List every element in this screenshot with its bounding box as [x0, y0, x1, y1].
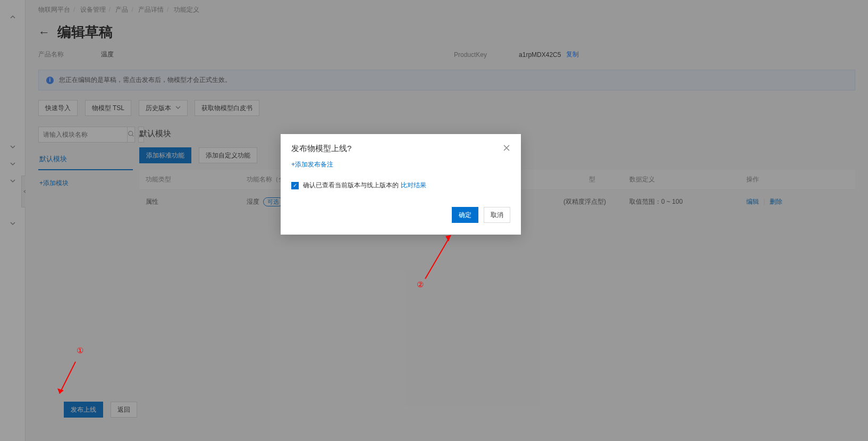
annotation-number-2: ②	[417, 280, 424, 289]
compare-link[interactable]: 比对结果	[401, 181, 426, 190]
ok-button[interactable]: 确定	[452, 207, 478, 223]
publish-modal: 发布物模型上线? +添加发布备注 ✓ 确认已查看当前版本与线上版本的 比对结果 …	[281, 134, 521, 235]
add-note-link[interactable]: +添加发布备注	[291, 160, 333, 169]
annotation-number-1: ①	[77, 346, 83, 355]
confirm-checkbox[interactable]: ✓	[291, 182, 299, 189]
modal-title: 发布物模型上线?	[291, 144, 503, 154]
cancel-button[interactable]: 取消	[484, 207, 510, 223]
confirm-text: 确认已查看当前版本与线上版本的	[303, 181, 399, 190]
close-icon[interactable]	[503, 144, 510, 154]
